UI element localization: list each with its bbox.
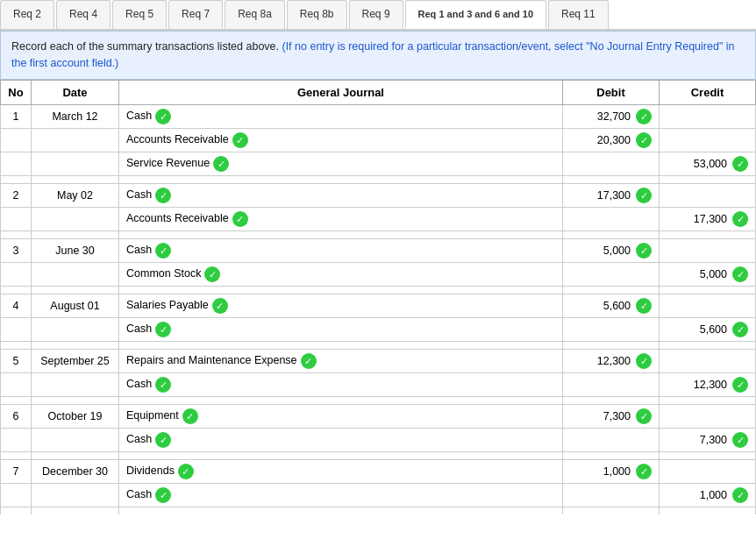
journal-table: No Date General Journal Debit Credit 1Ma…: [0, 80, 756, 514]
cell-account: Cash✓: [119, 238, 563, 262]
spacer-row: [1, 451, 756, 459]
check-icon: ✓: [155, 322, 171, 337]
cell-credit: 5,000✓: [660, 262, 756, 286]
cell-credit: [660, 459, 756, 483]
cell-credit: [660, 349, 756, 372]
tab-req9[interactable]: Req 9: [349, 0, 403, 29]
cell-no: [1, 207, 32, 230]
check-icon: ✓: [636, 408, 652, 424]
cell-debit: 1,000✓: [563, 459, 660, 483]
cell-debit: [563, 262, 660, 286]
cell-credit: [660, 104, 756, 128]
table-row: Cash✓5,600✓: [1, 317, 756, 341]
cell-no: 4: [1, 294, 32, 317]
check-icon: ✓: [636, 243, 652, 259]
spacer-row: [1, 286, 756, 294]
check-icon: ✓: [732, 156, 748, 172]
tab-req7[interactable]: Req 7: [168, 0, 223, 29]
cell-credit: 5,600✓: [660, 317, 756, 341]
check-icon: ✓: [155, 109, 171, 124]
tab-req2[interactable]: Req 2: [0, 0, 54, 29]
cell-no: 5: [1, 349, 32, 372]
check-icon: ✓: [732, 432, 748, 448]
cell-debit: [563, 317, 660, 341]
check-icon: ✓: [732, 266, 748, 282]
instructions: Record each of the summary transactions …: [0, 31, 756, 80]
cell-account: Cash✓: [119, 372, 563, 396]
cell-credit: [660, 128, 756, 152]
tab-req5[interactable]: Req 5: [112, 0, 167, 29]
table-row: Accounts Receivable✓17,300✓: [1, 207, 756, 230]
tab-req8b[interactable]: Req 8b: [287, 0, 347, 29]
check-icon: ✓: [636, 464, 652, 479]
check-icon: ✓: [732, 322, 748, 337]
instructions-text1: Record each of the summary transactions …: [11, 40, 282, 53]
cell-debit: [563, 428, 660, 451]
check-icon: ✓: [212, 298, 228, 314]
check-icon: ✓: [182, 408, 198, 424]
check-icon: ✓: [155, 243, 171, 259]
cell-debit: [563, 372, 660, 396]
cell-date: May 02: [32, 183, 119, 207]
check-icon: ✓: [636, 109, 652, 124]
cell-account: Cash✓: [119, 428, 563, 451]
check-icon: ✓: [155, 188, 171, 203]
cell-no: 3: [1, 238, 32, 262]
cell-account: Cash✓: [119, 483, 563, 507]
cell-date: December 30: [32, 459, 119, 483]
cell-credit: [660, 404, 756, 428]
cell-debit: 7,300✓: [563, 404, 660, 428]
table-row: Service Revenue✓53,000✓: [1, 152, 756, 175]
cell-no: [1, 428, 32, 451]
cell-account: Service Revenue✓: [119, 152, 563, 175]
cell-credit: 53,000✓: [660, 152, 756, 175]
cell-date: October 19: [32, 404, 119, 428]
cell-account: Cash✓: [119, 104, 563, 128]
table-row: 7December 30Dividends✓1,000✓: [1, 459, 756, 483]
cell-no: [1, 152, 32, 175]
cell-no: [1, 128, 32, 152]
cell-account: Accounts Receivable✓: [119, 128, 563, 152]
cell-credit: 1,000✓: [660, 483, 756, 507]
check-icon: ✓: [636, 188, 652, 203]
check-icon: ✓: [636, 132, 652, 148]
cell-credit: [660, 238, 756, 262]
cell-date: August 01: [32, 294, 119, 317]
cell-account: Cash✓: [119, 183, 563, 207]
check-icon: ✓: [155, 377, 171, 393]
cell-no: 6: [1, 404, 32, 428]
table-row: 4August 01Salaries Payable✓5,600✓: [1, 294, 756, 317]
check-icon: ✓: [232, 211, 248, 227]
check-icon: ✓: [155, 487, 171, 503]
cell-no: 2: [1, 183, 32, 207]
cell-account: Equipment✓: [119, 404, 563, 428]
cell-date: [32, 152, 119, 175]
cell-no: [1, 372, 32, 396]
cell-account: Cash✓: [119, 317, 563, 341]
tab-req11[interactable]: Req 11: [548, 0, 609, 29]
cell-account: Common Stock✓: [119, 262, 563, 286]
check-icon: ✓: [732, 211, 748, 227]
cell-no: [1, 262, 32, 286]
check-icon: ✓: [204, 266, 220, 282]
cell-debit: 17,300✓: [563, 183, 660, 207]
tab-req8a[interactable]: Req 8a: [225, 0, 285, 29]
check-icon: ✓: [178, 464, 194, 479]
cell-no: 1: [1, 104, 32, 128]
header-credit: Credit: [660, 80, 756, 104]
header-journal: General Journal: [119, 80, 563, 104]
tab-req1_3_6_10[interactable]: Req 1 and 3 and 6 and 10: [405, 0, 546, 29]
table-row: Cash✓1,000✓: [1, 483, 756, 507]
check-icon: ✓: [232, 132, 248, 148]
cell-date: March 12: [32, 104, 119, 128]
cell-account: Salaries Payable✓: [119, 294, 563, 317]
cell-credit: 17,300✓: [660, 207, 756, 230]
cell-credit: [660, 294, 756, 317]
tab-req4[interactable]: Req 4: [56, 0, 111, 29]
cell-date: [32, 207, 119, 230]
cell-no: [1, 483, 32, 507]
check-icon: ✓: [155, 432, 171, 448]
header-debit: Debit: [563, 80, 660, 104]
table-row: Accounts Receivable✓20,300✓: [1, 128, 756, 152]
table-row: Cash✓12,300✓: [1, 372, 756, 396]
